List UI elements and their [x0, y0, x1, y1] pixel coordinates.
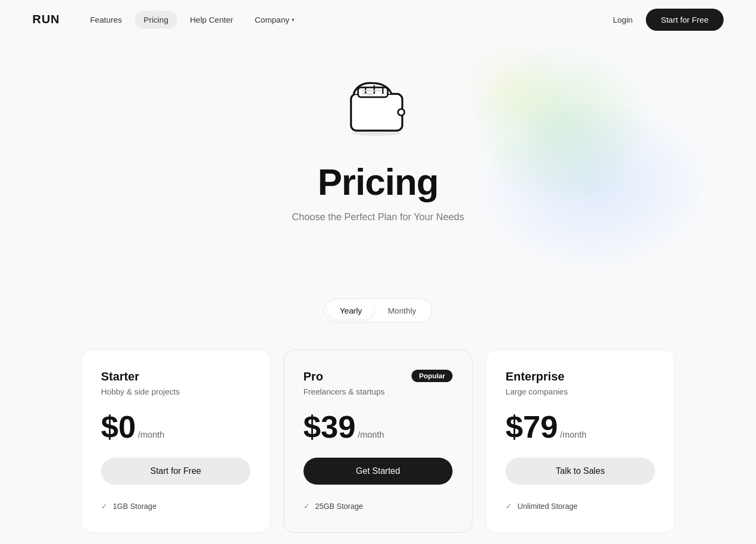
enterprise-features: ✓ Unlimited Storage [505, 502, 655, 511]
starter-plan-name: Starter [101, 370, 139, 384]
popular-badge: Popular [411, 370, 453, 382]
nav-right: Login Start for Free [613, 9, 724, 31]
starter-price-period: /month [138, 430, 165, 440]
pricing-cards: Starter Hobby & side projects $0 /month … [81, 350, 675, 533]
navbar: RUN Features Pricing Help Center Company… [0, 0, 756, 39]
pro-plan-name: Pro [303, 370, 323, 384]
starter-price-amount: $0 [101, 411, 136, 443]
starter-plan-description: Hobby & side projects [101, 387, 251, 396]
yearly-toggle[interactable]: Yearly [328, 302, 374, 319]
enterprise-card: Enterprise Large companies $79 /month Ta… [485, 350, 675, 533]
feature-item: ✓ 25GB Storage [303, 502, 453, 511]
toggle-pill: Yearly Monthly [324, 298, 432, 323]
starter-card: Starter Hobby & side projects $0 /month … [81, 350, 271, 533]
check-icon: ✓ [101, 502, 107, 511]
svg-point-2 [398, 109, 404, 115]
nav-pricing[interactable]: Pricing [135, 11, 177, 29]
login-button[interactable]: Login [613, 15, 633, 24]
feature-item: ✓ 1GB Storage [101, 502, 251, 511]
nav-help-center[interactable]: Help Center [181, 11, 242, 29]
nav-company[interactable]: Company ▾ [246, 11, 303, 29]
svg-rect-0 [351, 94, 402, 131]
pro-card: Pro Popular Freelancers & startups $39 /… [284, 350, 473, 533]
hero-section: Pricing Choose the Perfect Plan for Your… [0, 39, 756, 266]
feature-label: 25GB Storage [315, 502, 363, 511]
enterprise-price-row: $79 /month [505, 411, 655, 443]
pro-features: ✓ 25GB Storage [303, 502, 453, 511]
check-icon: ✓ [505, 502, 512, 511]
feature-label: Unlimited Storage [517, 502, 577, 511]
billing-toggle: Yearly Monthly [0, 298, 756, 323]
nav-features[interactable]: Features [82, 11, 131, 29]
enterprise-card-header: Enterprise [505, 370, 655, 384]
monthly-toggle[interactable]: Monthly [376, 302, 428, 319]
nav-start-free-button[interactable]: Start for Free [646, 9, 724, 31]
page-title: Pricing [0, 161, 756, 203]
enterprise-plan-name: Enterprise [505, 370, 564, 384]
pro-price-amount: $39 [303, 411, 356, 443]
enterprise-price-amount: $79 [505, 411, 558, 443]
blob-yellow [459, 39, 567, 136]
wallet-icon [343, 71, 413, 141]
pricing-section: Starter Hobby & side projects $0 /month … [0, 350, 756, 544]
svg-point-3 [352, 130, 401, 136]
starter-cta-button[interactable]: Start for Free [101, 458, 251, 485]
pro-card-header: Pro Popular [303, 370, 453, 384]
pro-plan-description: Freelancers & startups [303, 387, 453, 396]
feature-label: 1GB Storage [113, 502, 157, 511]
nav-left: RUN Features Pricing Help Center Company… [32, 11, 303, 29]
chevron-down-icon: ▾ [292, 17, 294, 23]
enterprise-cta-button[interactable]: Talk to Sales [505, 458, 655, 485]
starter-card-header: Starter [101, 370, 251, 384]
enterprise-price-period: /month [560, 430, 586, 440]
enterprise-plan-description: Large companies [505, 387, 655, 396]
starter-price-row: $0 /month [101, 411, 251, 443]
logo: RUN [32, 12, 60, 26]
nav-links: Features Pricing Help Center Company ▾ [82, 11, 303, 29]
starter-features: ✓ 1GB Storage [101, 502, 251, 511]
pro-cta-button[interactable]: Get Started [303, 458, 453, 485]
feature-item: ✓ Unlimited Storage [505, 502, 655, 511]
check-icon: ✓ [303, 502, 310, 511]
hero-subtitle: Choose the Perfect Plan for Your Needs [0, 212, 756, 223]
pro-price-period: /month [357, 430, 384, 440]
pro-price-row: $39 /month [303, 411, 453, 443]
